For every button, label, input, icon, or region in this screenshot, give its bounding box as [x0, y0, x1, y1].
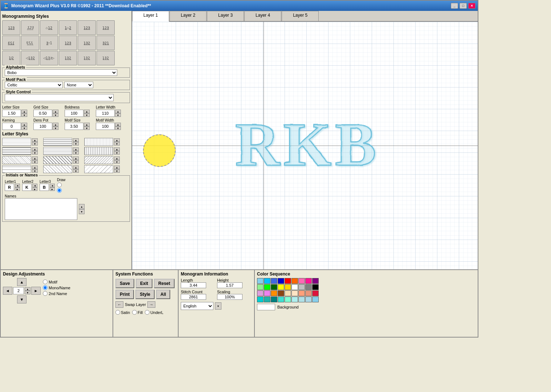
da-num-up[interactable]: ▲ — [25, 287, 30, 291]
ls12-up[interactable]: ▲ — [114, 166, 120, 169]
names-scroll-up[interactable]: ▲ — [79, 204, 85, 209]
color-swatch-0[interactable] — [257, 278, 264, 284]
motif-size-down[interactable]: ▼ — [84, 126, 90, 130]
color-swatch-2[interactable] — [271, 278, 277, 284]
reset-button[interactable]: Reset — [154, 279, 175, 288]
ls4-down[interactable]: ▼ — [32, 151, 38, 155]
da-mono-radio[interactable] — [43, 285, 48, 290]
color-swatch-25[interactable] — [305, 290, 312, 296]
color-swatch-9[interactable] — [257, 284, 264, 290]
letter-size-down[interactable]: ▼ — [21, 113, 27, 117]
ls7-down[interactable]: ▼ — [32, 160, 38, 164]
da-up-btn[interactable]: ▲ — [17, 278, 26, 286]
letter-size-input[interactable] — [2, 110, 21, 117]
mono-style-17[interactable]: 1̲3̲2̲ — [78, 51, 96, 65]
mono-style-12[interactable]: 3̲2̲1̲ — [97, 36, 115, 50]
motif-size-up[interactable]: ▲ — [84, 123, 90, 126]
motif-width-input[interactable] — [96, 123, 115, 130]
tab-layer5[interactable]: Layer 5 — [282, 11, 319, 21]
da-right-btn[interactable]: ► — [31, 287, 41, 295]
color-swatch-4[interactable] — [285, 278, 291, 284]
color-swatch-26[interactable] — [312, 290, 319, 296]
mono-style-15[interactable]: ◁1̲3̲2▷ — [40, 51, 58, 65]
color-swatch-17[interactable] — [312, 284, 319, 290]
mono-style-6[interactable]: 1̲2̲3̲ — [97, 20, 115, 35]
mono-style-7[interactable]: 1̲2̲3̲ — [2, 36, 20, 50]
ls2-down[interactable]: ▼ — [73, 142, 79, 146]
maximize-button[interactable]: □ — [460, 3, 467, 9]
mono-style-10[interactable]: 1̲2̲3̲ — [59, 36, 77, 50]
minimize-button[interactable]: _ — [451, 3, 458, 9]
mono-style-14[interactable]: ◁1̲3̲2̲ — [21, 51, 39, 65]
letter1-prev[interactable]: ◄ — [15, 184, 20, 187]
ls10-down[interactable]: ▼ — [32, 169, 38, 173]
underl-radio[interactable] — [145, 310, 150, 315]
letter1-input[interactable] — [5, 184, 14, 191]
motif-size-input[interactable] — [65, 123, 83, 130]
draw-radio1[interactable] — [57, 183, 62, 187]
swap-layer-right[interactable]: → — [147, 301, 155, 308]
ls1-up[interactable]: ▲ — [32, 138, 38, 142]
letter2-prev[interactable]: ◄ — [32, 184, 37, 187]
color-swatch-27[interactable] — [257, 297, 264, 302]
ls9-up[interactable]: ▲ — [114, 156, 120, 160]
color-swatch-7[interactable] — [305, 278, 312, 284]
ls6-down[interactable]: ▼ — [114, 151, 120, 155]
fill-radio[interactable] — [132, 310, 137, 315]
mono-style-16[interactable]: 1̲3̲2̲ — [59, 51, 77, 65]
dens-pot-input[interactable] — [33, 123, 52, 130]
color-swatch-19[interactable] — [264, 290, 270, 296]
mono-style-1[interactable]: 1̲2̲3̲ — [2, 20, 20, 35]
color-swatch-30[interactable] — [278, 297, 284, 302]
mono-style-9[interactable]: 3̲↑1 — [40, 36, 58, 50]
letter-width-up[interactable]: ▲ — [115, 110, 121, 113]
color-swatch-22[interactable] — [285, 290, 291, 296]
satin-radio[interactable] — [115, 310, 120, 315]
ls8-down[interactable]: ▼ — [73, 160, 79, 164]
color-swatch-12[interactable] — [278, 284, 284, 290]
ls3-up[interactable]: ▲ — [114, 138, 120, 142]
mono-style-8[interactable]: 1̲2̲3̲ — [21, 36, 39, 50]
motif-pack-select2[interactable]: NoneStyle1 — [64, 82, 93, 88]
color-swatch-5[interactable] — [291, 278, 298, 284]
style-control-select[interactable] — [5, 94, 114, 101]
letter2-input[interactable] — [22, 184, 32, 191]
ls1-down[interactable]: ▼ — [32, 142, 38, 146]
boldness-up[interactable]: ▲ — [84, 110, 90, 113]
color-swatch-33[interactable] — [298, 297, 305, 302]
color-swatch-21[interactable] — [278, 290, 284, 296]
ls9-down[interactable]: ▼ — [114, 160, 120, 164]
boldness-down[interactable]: ▼ — [84, 113, 90, 117]
da-left-btn[interactable]: ◄ — [3, 287, 12, 295]
tab-layer4[interactable]: Layer 4 — [244, 11, 281, 21]
color-swatch-14[interactable] — [291, 284, 298, 290]
ls11-down[interactable]: ▼ — [73, 169, 79, 173]
letter-size-up[interactable]: ▲ — [21, 110, 27, 113]
color-swatch-3[interactable] — [278, 278, 284, 284]
letter-width-down[interactable]: ▼ — [115, 113, 121, 117]
color-swatch-18[interactable] — [257, 290, 264, 296]
color-swatch-13[interactable] — [285, 284, 291, 290]
grid-size-down[interactable]: ▼ — [53, 113, 58, 117]
ls4-up[interactable]: ▲ — [32, 147, 38, 151]
color-swatch-28[interactable] — [264, 297, 270, 302]
letter-width-input[interactable] — [96, 110, 115, 117]
color-swatch-15[interactable] — [298, 284, 305, 290]
tab-layer1[interactable]: Layer 1 — [132, 11, 169, 22]
names-textarea[interactable] — [5, 198, 77, 220]
letter3-next[interactable]: ► — [50, 187, 55, 191]
exit-button[interactable]: Exit — [136, 279, 152, 288]
color-swatch-10[interactable] — [264, 284, 270, 290]
letter1-next[interactable]: ► — [15, 187, 20, 191]
tab-layer3[interactable]: Layer 3 — [207, 11, 244, 21]
ls5-down[interactable]: ▼ — [73, 151, 79, 155]
color-swatch-8[interactable] — [312, 278, 319, 284]
alphabets-select[interactable]: BoboArialScriptBlock — [5, 69, 117, 76]
ls3-down[interactable]: ▼ — [114, 142, 120, 146]
ls11-up[interactable]: ▲ — [73, 166, 79, 169]
all-button[interactable]: All — [156, 290, 170, 299]
ls2-up[interactable]: ▲ — [73, 138, 79, 142]
mono-style-13[interactable]: 1̲|2̲ — [2, 51, 20, 65]
da-number-input[interactable] — [13, 287, 24, 294]
background-swatch[interactable] — [257, 304, 275, 310]
